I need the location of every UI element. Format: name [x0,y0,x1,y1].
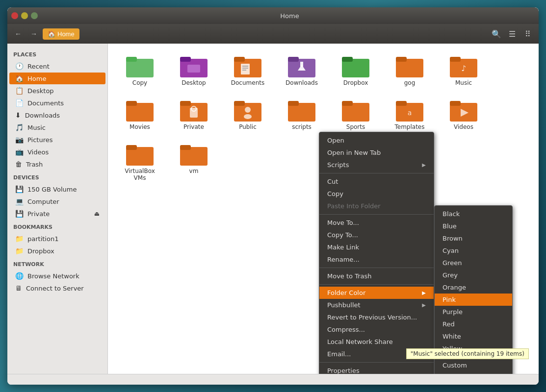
file-item-desktop[interactable]: Desktop [169,51,218,90]
titlebar: Home [7,7,539,24]
color-pink[interactable]: Pink [435,294,512,306]
list-view-button[interactable]: ☰ [505,27,519,41]
file-item-videos[interactable]: Videos [439,95,488,134]
minimize-button[interactable] [21,12,28,19]
sidebar-label-connect-server: Connect to Server [26,285,84,292]
sidebar-item-150gb[interactable]: 💾 150 GB Volume [9,183,105,195]
svg-rect-10 [242,70,246,71]
ctx-scripts[interactable]: Scripts ▶ [319,159,434,171]
volume-icon: 💾 [15,185,24,193]
color-cyan[interactable]: Cyan [435,245,512,257]
ctx-open-new-tab[interactable]: Open in New Tab [319,147,434,159]
sidebar-item-connect-server[interactable]: 🖥 Connect to Server [9,282,105,294]
sidebar-item-browse-network[interactable]: 🌐 Browse Network [9,270,105,282]
file-item-downloads[interactable]: Downloads [277,51,326,90]
file-item-movies[interactable]: Movies [115,95,164,134]
network-header: Network [7,257,107,270]
svg-rect-40 [450,101,461,106]
color-blue[interactable]: Blue [435,220,512,232]
folder-icon-public [234,99,261,122]
ctx-local-network-label: Local Network Share [327,338,393,345]
ctx-properties[interactable]: Properties [319,365,434,374]
color-custom[interactable]: Custom [435,359,512,371]
svg-rect-45 [180,145,191,150]
maximize-button[interactable] [31,12,38,19]
ctx-copy-to[interactable]: Copy To... [319,229,434,241]
sidebar-item-dropbox[interactable]: 📁 Dropbox [9,245,105,257]
file-item-templates[interactable]: a Templates [385,95,434,134]
ctx-move-to[interactable]: Move To... [319,217,434,229]
file-item-music[interactable]: ♪ Music [439,51,488,90]
color-black[interactable]: Black [435,208,512,220]
back-button[interactable]: ← [11,27,25,41]
sidebar-label-150gb: 150 GB Volume [27,186,77,193]
file-label-private: Private [183,123,204,130]
location-button[interactable]: 🏠 Home [43,28,79,40]
network-icon: 🌐 [15,272,24,280]
ctx-revert-label: Revert to Previous Version... [327,314,417,321]
color-red[interactable]: Red [435,318,512,330]
sidebar-label-partition1: partition1 [27,235,58,243]
color-brown[interactable]: Brown [435,232,512,245]
sidebar-item-trash[interactable]: 🗑 Trash [9,158,105,170]
file-item-copy[interactable]: Copy [115,51,164,90]
file-item-virtualbox[interactable]: VirtualBox VMs [115,139,164,185]
grid-view-button[interactable]: ⠿ [521,27,535,41]
sidebar-item-private[interactable]: 💾 Private ⏏ [9,208,105,220]
color-green[interactable]: Green [435,257,512,269]
file-item-private[interactable]: Private [169,95,218,134]
location-label: Home [57,30,75,38]
sidebar-item-documents[interactable]: 📄 Documents [9,97,105,109]
ctx-folder-color[interactable]: Folder Color ▶ [319,287,434,299]
sidebar-item-videos[interactable]: 📺 Videos [9,146,105,158]
folder-icon-gog [396,55,423,77]
color-white[interactable]: White [435,330,512,343]
file-item-dropbox[interactable]: Dropbox [331,51,380,90]
folder-icon-vm [180,143,208,166]
ctx-revert[interactable]: Revert to Previous Version... [319,311,434,323]
ctx-sep-5 [319,362,434,363]
ctx-move-to-trash[interactable]: Move to Trash [319,270,434,282]
file-label-copy: Copy [132,79,147,86]
ctx-rename[interactable]: Rename... [319,253,434,266]
sidebar-item-downloads[interactable]: ⬇ Downloads [9,109,105,121]
file-item-documents[interactable]: Documents [223,51,272,90]
close-button[interactable] [11,12,18,19]
sidebar-item-computer[interactable]: 💻 Computer [9,196,105,207]
file-item-vm[interactable]: vm [169,139,218,185]
ctx-copy[interactable]: Copy [319,188,434,200]
sidebar-item-partition1[interactable]: 📁 partition1 [9,233,105,245]
ctx-pushbullet[interactable]: Pushbullet ▶ [319,299,434,311]
folder-icon-desktop [180,55,208,77]
ctx-paste-into-folder[interactable]: Paste Into Folder [319,200,434,212]
file-item-public[interactable]: Public [223,95,272,134]
sidebar-item-recent[interactable]: 🕐 Recent [9,60,105,72]
search-button[interactable]: 🔍 [490,27,503,41]
sidebar-item-home[interactable]: 🏠 Home [9,73,105,84]
sidebar-item-desktop[interactable]: 📋 Desktop [9,85,105,97]
file-item-scripts[interactable]: scripts [277,95,326,134]
sidebar-item-music[interactable]: 🎵 Music [9,122,105,133]
ctx-make-link[interactable]: Make Link [319,241,434,253]
forward-button[interactable]: → [27,27,41,41]
ctx-compress[interactable]: Compress... [319,323,434,336]
color-default[interactable]: Default [435,371,512,374]
toolbar: ← → 🏠 Home 🔍 ☰ ⠿ [7,24,539,44]
svg-rect-1 [126,57,137,62]
videos-icon: 📺 [15,148,24,156]
svg-rect-16 [342,57,353,62]
svg-rect-35 [342,101,353,106]
color-orange[interactable]: Orange [435,281,512,294]
ctx-cut[interactable]: Cut [319,175,434,188]
file-item-sports[interactable]: Sports [331,95,380,134]
ctx-copy-to-label: Copy To... [327,231,358,239]
sidebar-label-downloads: Downloads [25,112,60,119]
color-purple[interactable]: Purple [435,306,512,318]
ctx-open[interactable]: Open [319,134,434,147]
eject-icon[interactable]: ⏏ [94,210,100,217]
sidebar-item-pictures[interactable]: 📷 Pictures [9,134,105,146]
file-item-gog[interactable]: gog [385,51,434,90]
color-grey[interactable]: Grey [435,269,512,281]
selection-text: "Music" selected (containing 19 items) [411,350,524,357]
ctx-local-network[interactable]: Local Network Share [319,336,434,348]
